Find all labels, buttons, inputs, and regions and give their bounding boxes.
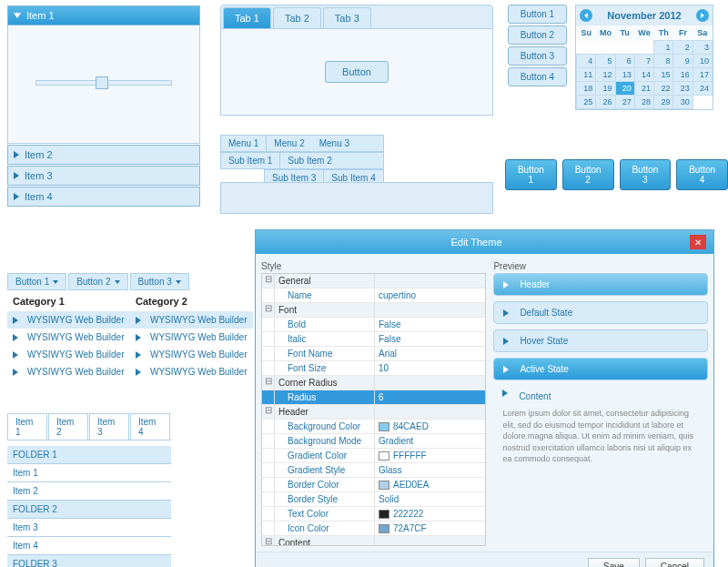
- prop-value[interactable]: 84CAED: [375, 420, 485, 433]
- prop-value[interactable]: cupertino: [375, 289, 485, 302]
- expand-icon[interactable]: [262, 318, 275, 331]
- calendar-day[interactable]: 8: [654, 55, 673, 68]
- prop-value[interactable]: 10: [375, 361, 485, 375]
- accordion-item-4[interactable]: Item 4: [7, 187, 200, 207]
- preview-default-state[interactable]: Default State: [493, 301, 708, 324]
- prop-row[interactable]: Border StyleSolid: [262, 492, 485, 507]
- calendar-day[interactable]: 24: [693, 82, 712, 96]
- tab-item-4[interactable]: Item 4: [130, 413, 170, 440]
- tab-2[interactable]: Tab 2: [273, 7, 321, 28]
- expand-icon[interactable]: [262, 420, 275, 433]
- prop-group[interactable]: ⊟Header: [262, 405, 485, 420]
- calendar-day[interactable]: 9: [673, 55, 693, 68]
- prop-row[interactable]: BoldFalse: [262, 318, 485, 332]
- folder-item[interactable]: Item 4: [7, 537, 171, 555]
- button-3[interactable]: Button 3: [508, 46, 567, 66]
- calendar-day[interactable]: 15: [654, 68, 673, 82]
- close-icon[interactable]: ✕: [690, 235, 706, 249]
- expand-icon[interactable]: [262, 478, 275, 491]
- prop-value[interactable]: [375, 274, 485, 288]
- calendar-day[interactable]: 3: [693, 41, 712, 55]
- expand-icon[interactable]: [262, 492, 275, 506]
- calendar-day[interactable]: 25: [577, 96, 596, 109]
- prop-group[interactable]: ⊟Font: [262, 303, 485, 318]
- menu-3[interactable]: Menu 3: [312, 136, 357, 151]
- prop-value[interactable]: [375, 376, 485, 390]
- prop-value[interactable]: Gradient: [375, 434, 485, 448]
- tab-item-1[interactable]: Item 1: [7, 413, 47, 440]
- list-item[interactable]: WYSIWYG Web Builder: [7, 311, 130, 329]
- preview-hover-state[interactable]: Hover State: [493, 329, 708, 352]
- prop-value[interactable]: [375, 536, 485, 546]
- expand-icon[interactable]: [262, 463, 275, 477]
- save-button[interactable]: Save: [588, 558, 640, 567]
- prop-row[interactable]: Font Size10: [262, 361, 485, 376]
- list-item[interactable]: WYSIWYG Web Builder: [7, 329, 130, 346]
- prop-value[interactable]: Arial: [375, 347, 485, 360]
- prop-value[interactable]: 6: [375, 390, 485, 404]
- prop-row[interactable]: ItalicFalse: [262, 332, 485, 347]
- prop-group[interactable]: ⊟Corner Radius: [262, 376, 485, 390]
- property-grid[interactable]: ⊟GeneralNamecupertino⊟FontBoldFalseItali…: [261, 273, 486, 546]
- list-item[interactable]: WYSIWYG Web Builder: [130, 346, 253, 363]
- calendar-day[interactable]: 30: [673, 96, 693, 109]
- prop-row[interactable]: Radius6: [262, 390, 485, 405]
- prop-value[interactable]: Solid: [375, 492, 485, 506]
- accordion-item-3[interactable]: Item 3: [7, 166, 200, 186]
- expand-icon[interactable]: ⊟: [262, 405, 275, 419]
- dropdown-2[interactable]: Button 2: [68, 273, 127, 290]
- prop-value[interactable]: FFFFFF: [375, 449, 485, 462]
- calendar-day[interactable]: 13: [615, 68, 634, 82]
- prop-value[interactable]: 222222: [375, 507, 485, 521]
- expand-icon[interactable]: [262, 449, 275, 462]
- calendar-day[interactable]: 27: [615, 96, 634, 109]
- prop-row[interactable]: Font NameArial: [262, 347, 485, 361]
- prop-value[interactable]: AED0EA: [375, 478, 485, 491]
- button-3[interactable]: Button 3: [620, 159, 672, 190]
- button-4[interactable]: Button 4: [508, 67, 567, 86]
- expand-icon[interactable]: [262, 347, 275, 360]
- expand-icon[interactable]: [262, 507, 275, 521]
- list-item[interactable]: WYSIWYG Web Builder: [130, 329, 253, 346]
- dropdown-1[interactable]: Button 1: [7, 273, 66, 290]
- menu-2[interactable]: Menu 2: [267, 136, 311, 151]
- sub-item-1[interactable]: Sub Item 1: [221, 153, 280, 168]
- calendar-day[interactable]: 4: [577, 55, 596, 68]
- calendar-day[interactable]: 17: [693, 68, 712, 82]
- button-2[interactable]: Button 2: [562, 159, 614, 190]
- calendar-day[interactable]: 2: [673, 41, 693, 55]
- calendar-day[interactable]: 11: [577, 68, 596, 82]
- expand-icon[interactable]: ⊟: [262, 536, 275, 546]
- calendar-day[interactable]: 7: [634, 55, 653, 68]
- tab-1[interactable]: Tab 1: [223, 7, 271, 28]
- calendar-day[interactable]: 28: [634, 96, 653, 109]
- list-item[interactable]: WYSIWYG Web Builder: [130, 363, 253, 380]
- calendar-day[interactable]: 10: [693, 55, 712, 68]
- preview-header[interactable]: Header: [493, 273, 708, 296]
- expand-icon[interactable]: ⊟: [262, 303, 275, 317]
- menu-1[interactable]: Menu 1: [221, 136, 267, 151]
- folder-item[interactable]: Item 1: [7, 464, 171, 482]
- calendar-day[interactable]: 16: [673, 68, 693, 82]
- button[interactable]: Button: [325, 61, 389, 83]
- dialog-titlebar[interactable]: Edit Theme ✕: [256, 230, 713, 254]
- sub-item-2[interactable]: Sub Item 2: [280, 153, 339, 168]
- calendar-day[interactable]: 20: [615, 82, 634, 96]
- calendar-day[interactable]: 22: [654, 82, 673, 96]
- button-4[interactable]: Button 4: [676, 159, 728, 190]
- calendar-day[interactable]: 26: [596, 96, 615, 109]
- prop-row[interactable]: Background Color84CAED: [262, 420, 485, 434]
- calendar-day[interactable]: 19: [596, 82, 615, 96]
- calendar-day[interactable]: 14: [634, 68, 653, 82]
- prop-row[interactable]: Border ColorAED0EA: [262, 478, 485, 492]
- expand-icon[interactable]: ⊟: [262, 376, 275, 390]
- slider-handle[interactable]: [96, 76, 108, 89]
- calendar-day[interactable]: 12: [596, 68, 615, 82]
- list-item[interactable]: WYSIWYG Web Builder: [130, 311, 253, 329]
- folder-item[interactable]: Item 2: [7, 482, 171, 501]
- button-1[interactable]: Button 1: [508, 5, 567, 24]
- prop-group[interactable]: ⊟Content: [262, 536, 485, 546]
- expand-icon[interactable]: [262, 390, 275, 404]
- list-item[interactable]: WYSIWYG Web Builder: [7, 346, 130, 363]
- prop-row[interactable]: Gradient StyleGlass: [262, 463, 485, 478]
